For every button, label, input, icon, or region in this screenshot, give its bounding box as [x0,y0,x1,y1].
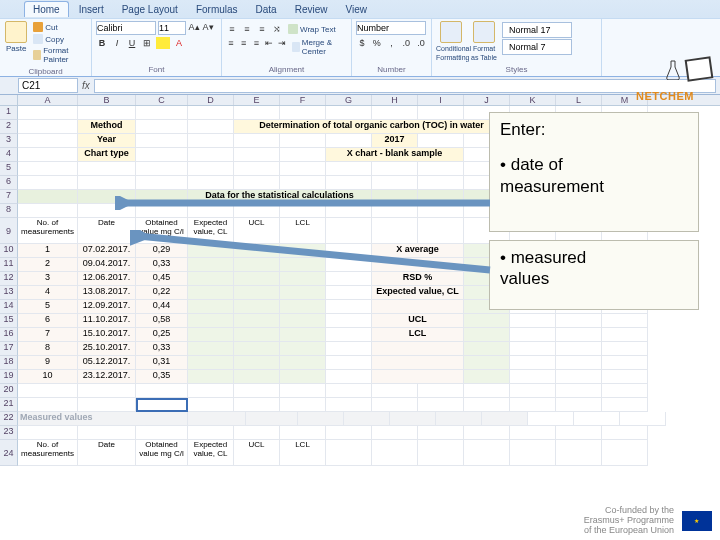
cell[interactable] [188,398,234,412]
cell[interactable] [418,176,464,190]
cell[interactable] [510,370,556,384]
cell[interactable]: LCL [372,328,464,342]
cell[interactable] [280,258,326,272]
cell[interactable] [372,398,418,412]
cell[interactable] [602,328,648,342]
col-L[interactable]: L [556,95,602,105]
border-button[interactable]: ⊞ [141,37,153,49]
cell[interactable] [418,106,464,120]
wrap-text-button[interactable]: Wrap Text [286,23,338,35]
cell[interactable] [344,412,390,426]
cell[interactable] [326,204,372,218]
conditional-formatting-button[interactable]: Conditional Formatting [436,21,466,62]
col-A[interactable]: A [18,95,78,105]
percent-icon[interactable]: % [371,37,383,49]
cell[interactable] [418,204,464,218]
row-header-21[interactable]: 21 [0,398,18,412]
cell[interactable] [372,356,464,370]
cell[interactable] [602,426,648,440]
cell[interactable] [464,370,510,384]
align-mid-icon[interactable]: ≡ [241,23,253,35]
cell[interactable] [326,218,372,244]
cell[interactable] [136,426,188,440]
col-E[interactable]: E [234,95,280,105]
cell[interactable] [234,342,280,356]
merge-center-button[interactable]: Merge & Center [290,37,347,57]
cell[interactable] [136,384,188,398]
cell[interactable] [418,134,464,148]
cell[interactable] [280,300,326,314]
cell[interactable]: 23.12.2017. [78,370,136,384]
col-B[interactable]: B [78,95,136,105]
cell[interactable]: 4 [18,286,78,300]
cell[interactable]: 5 [18,300,78,314]
inc-decimal-icon[interactable]: .0 [400,37,412,49]
cell[interactable] [136,106,188,120]
cell[interactable] [18,176,78,190]
col-G[interactable]: G [326,95,372,105]
cell[interactable]: 09.04.2017. [78,258,136,272]
cell[interactable] [372,190,418,204]
cell[interactable] [556,328,602,342]
row-header-13[interactable]: 13 [0,286,18,300]
cell[interactable] [602,342,648,356]
row-header-9[interactable]: 9 [0,218,18,244]
cell[interactable] [464,398,510,412]
cell[interactable] [188,244,234,258]
cell[interactable] [418,162,464,176]
cell[interactable]: UCL [372,314,464,328]
cell[interactable] [436,412,482,426]
cell[interactable] [234,426,280,440]
cell[interactable] [326,244,372,258]
align-right-icon[interactable]: ≡ [251,37,261,49]
cell[interactable] [136,148,188,162]
cell[interactable] [510,314,556,328]
row-header-10[interactable]: 10 [0,244,18,258]
cell[interactable] [372,218,418,244]
cell[interactable]: 0,25 [136,328,188,342]
number-format-select[interactable] [356,21,426,35]
cell[interactable] [482,412,528,426]
col-C[interactable]: C [136,95,188,105]
cell[interactable] [464,356,510,370]
dec-decimal-icon[interactable]: .0 [415,37,427,49]
table-header[interactable]: Obtained value mg C/l [136,218,188,244]
cell[interactable]: 9 [18,356,78,370]
cell[interactable] [188,384,234,398]
cell[interactable] [188,258,234,272]
cell[interactable] [372,300,464,314]
cell[interactable] [78,106,136,120]
row-header-14[interactable]: 14 [0,300,18,314]
cell[interactable] [326,440,372,466]
cell[interactable] [280,162,326,176]
cell[interactable] [234,314,280,328]
cell[interactable]: 3 [18,272,78,286]
copy-button[interactable]: Copy [31,33,87,45]
table-header[interactable]: UCL [234,218,280,244]
cell[interactable] [280,204,326,218]
cell[interactable] [188,314,234,328]
cell[interactable] [280,398,326,412]
cell[interactable] [326,176,372,190]
cell[interactable] [510,342,556,356]
cell[interactable]: Expected value, CL [372,286,464,300]
cell[interactable]: 15.10.2017. [78,328,136,342]
cell[interactable] [372,204,418,218]
tab-view[interactable]: View [337,2,375,17]
cell[interactable] [234,162,280,176]
cell[interactable]: 12.09.2017. [78,300,136,314]
table-header[interactable]: Obtained value mg C/l [136,440,188,466]
row-header-2[interactable]: 2 [0,120,18,134]
cell[interactable] [188,356,234,370]
active-cell[interactable] [136,398,188,412]
cell[interactable] [234,244,280,258]
cell[interactable] [280,134,326,148]
cell[interactable] [188,204,234,218]
cell[interactable] [188,370,234,384]
cell[interactable] [326,398,372,412]
table-header[interactable]: No. of measurements [18,440,78,466]
cell[interactable]: 07.02.2017. [78,244,136,258]
cell[interactable] [372,440,418,466]
cell[interactable] [556,314,602,328]
bold-button[interactable]: B [96,37,108,49]
